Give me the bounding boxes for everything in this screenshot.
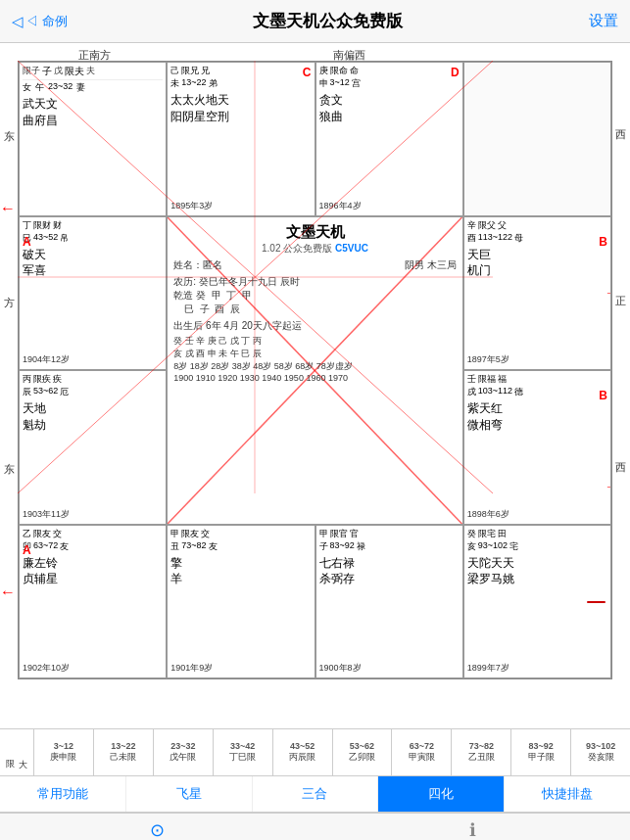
down-arrow: ↓ (89, 676, 96, 678)
dagan-item-9[interactable]: 83~92 甲子限 (511, 729, 571, 775)
palace-cell-3-1[interactable]: 丙 限疾 疾 辰 53~62 厄 天地魁劫 1903年11岁 (19, 370, 167, 525)
about-icon: ℹ (469, 819, 476, 841)
center-dayun: 癸 壬 辛 庚 己 戊 丁 丙 亥 戌 酉 申 未 午 巳 辰 8岁 18岁 2… (173, 335, 457, 383)
chart-area: 正南方 南偏西 南偏东 正东方 北偏东 西偏南 正西方 西偏北 北偏东 正北方 … (0, 43, 630, 728)
palace-cell-4-4[interactable]: 癸 限宅 田 亥 93~102 宅 天陀天天梁罗马姚 1899年7岁 来因 (463, 525, 611, 679)
palace-cell-2-1[interactable]: 丁 限财 财 巳 43~52 帛 破天军喜 1904年12岁 A (19, 216, 167, 371)
dagan-item-4[interactable]: 33~42 丁巳限 (214, 729, 273, 775)
palace-cell-4-2[interactable]: 甲 限友 交 丑 73~82 友 擎羊 1901年9岁 (167, 525, 315, 679)
label-b-2: B (599, 389, 607, 402)
year-1900: 1900年8岁 (319, 662, 362, 675)
year-1897: 1897年5岁 (467, 353, 509, 366)
dagan-item-3[interactable]: 23~32 戊午限 (154, 729, 214, 775)
palace-cell-1-2[interactable]: 己 限兄 兄 未 13~22 弟 太太火地天阳阴星空刑 1895年3岁 C (167, 62, 315, 216)
dagan-item-10[interactable]: 93~102 癸亥限 (571, 729, 630, 775)
func-bar: 常用功能 飞星 三合 四化 快捷排盘 (0, 775, 630, 813)
center-calendar: 农历: 癸巳年冬月十九日 辰时 (173, 275, 457, 289)
year-1902: 1902年10岁 (23, 662, 70, 675)
palace-cell-1-4 (463, 62, 611, 216)
center-yunqi: 出生后 6年 4月 20天八字起运 (173, 319, 457, 333)
palace-cell-1-1[interactable]: 限子 子 戊 限夫 夫 女 午 23~32 妻 武天文曲府昌 (19, 62, 167, 216)
label-b-1: B (599, 235, 607, 249)
palace-cell-1-3[interactable]: 庚 限命 命 申 3~12 宫 贪文狼曲 1896年4岁 D (315, 62, 463, 216)
palace-cell-2-4[interactable]: 辛 限父 父 酉 113~122 母 天巨机门 1897年5岁 B → (463, 216, 611, 371)
year-1903: 1903年11岁 (23, 508, 70, 521)
func-btn-quick[interactable]: 快捷排盘 (505, 776, 630, 812)
right-arrow-2: → (605, 479, 611, 494)
left-bottom-arrow: ← (0, 583, 16, 601)
center-code: C5VUC (335, 243, 368, 254)
center-title: 文墨天机 (173, 223, 457, 242)
layin-badge: 来因 (587, 601, 606, 603)
dagan-item-7[interactable]: 63~72 甲寅限 (392, 729, 452, 775)
palace-cell-center: 文墨天机 1.02 公众免费版 C5VUC 姓名：匿名 阴男 木三局 农历: 癸… (167, 216, 463, 525)
center-info-row1: 姓名：匿名 阴男 木三局 (173, 258, 457, 272)
year-1899: 1899年7岁 (467, 662, 509, 675)
center-sub: 1.02 公众免费版 C5VUC (173, 242, 457, 256)
mingpan-icon: ⊙ (150, 819, 165, 841)
dagan-item-8[interactable]: 73~82 乙丑限 (452, 729, 511, 775)
back-button[interactable]: ◁ ◁ 命例 (12, 13, 68, 30)
dagan-item-2[interactable]: 13~22 己未限 (94, 729, 154, 775)
page-title: 文墨天机公众免费版 (253, 10, 403, 32)
palace-cell-4-1[interactable]: 乙 限友 交 卯 63~72 友 廉左铃贞辅星 1902年10岁 A ↓ (19, 525, 167, 679)
right-arrow-1: → (605, 285, 611, 301)
year-1901: 1901年9岁 (170, 662, 213, 675)
dagan-item-5[interactable]: 43~52 丙辰限 (273, 729, 333, 775)
year-1898: 1898年6岁 (467, 508, 509, 521)
palace-cell-3-4[interactable]: 壬 限福 福 戌 103~112 德 紫天红微相弯 1898年6岁 B → (463, 370, 611, 525)
tab-about[interactable]: ℹ 关于 (315, 814, 631, 840)
tab-bar: ⊙ 命盘 ℹ 关于 (0, 813, 630, 840)
back-chevron: ◁ (12, 13, 24, 30)
year-1896: 1896年4岁 (319, 200, 362, 212)
dagan-item-6[interactable]: 53~62 乙卯限 (333, 729, 393, 775)
left-top-arrow: ← (0, 200, 16, 217)
dagan-item-1[interactable]: 3~12 庚申限 (34, 729, 94, 775)
top-nav: ◁ ◁ 命例 文墨天机公众免费版 设置 (0, 0, 630, 43)
dagan-bar: 大限 3~12 庚申限 13~22 己未限 23~32 戊午限 33~42 丁巳… (0, 728, 630, 775)
center-ganzao: 乾造 癸 甲 丁 甲 巳 子 酉 辰 (173, 289, 457, 316)
func-btn-sanhé[interactable]: 三合 (253, 776, 379, 812)
settings-button[interactable]: 设置 (589, 12, 618, 30)
year-1904: 1904年12岁 (23, 353, 70, 366)
label-d-1: D (451, 66, 460, 79)
label-c-1: C (303, 66, 312, 79)
back-label: ◁ 命例 (25, 13, 68, 30)
func-btn-flystar[interactable]: 飞星 (126, 776, 253, 812)
palace-grid: 限子 子 戊 限夫 夫 女 午 23~32 妻 武天文曲府昌 己 限兄 兄 未 (18, 61, 612, 679)
func-btn-common[interactable]: 常用功能 (0, 776, 126, 812)
palace-cell-4-3[interactable]: 甲 限官 官 子 83~92 禄 七右禄杀弼存 1900年8岁 (315, 525, 463, 679)
year-1895: 1895年3岁 (170, 200, 213, 212)
dagan-title-cell: 大限 (0, 729, 34, 775)
label-a-2: A (23, 543, 31, 557)
label-a-1: A (23, 235, 31, 249)
tab-mingpan[interactable]: ⊙ 命盘 (0, 814, 315, 840)
func-btn-sihua[interactable]: 四化 (378, 776, 505, 812)
